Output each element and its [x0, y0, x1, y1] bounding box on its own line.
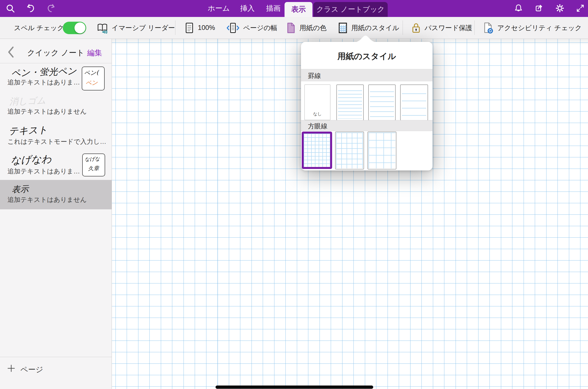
- ribbon-divider: [175, 20, 175, 35]
- ribbon-divider: [474, 20, 475, 35]
- paper-option-ruled-medium[interactable]: [368, 84, 396, 121]
- grid-preview: [304, 134, 330, 167]
- ruled-lines-preview: [338, 90, 362, 119]
- thumbnail-ink-black: 久章: [88, 164, 99, 172]
- settings-icon[interactable]: [555, 3, 565, 13]
- tab-class-notebook[interactable]: クラス ノートブック: [313, 2, 388, 17]
- page-subtitle: 追加テキストはありません: [7, 195, 87, 204]
- paper-option-grid-small-selected[interactable]: [302, 132, 332, 169]
- page-width-button[interactable]: ページの幅: [226, 17, 277, 39]
- tab-class-notebook-label: クラス ノートブック: [316, 4, 385, 14]
- lock-icon: [411, 22, 421, 34]
- section-label: 罫線: [308, 72, 321, 80]
- top-app-bar: ホーム 挿入 描画 表示 クラス ノートブック: [0, 0, 588, 17]
- tab-view-label: 表示: [291, 4, 306, 14]
- popup-callout-arrow: [354, 35, 377, 42]
- page-thumbnail: ペン( ペン: [82, 67, 105, 90]
- spell-check-toggle[interactable]: [63, 22, 86, 34]
- tab-draw[interactable]: 描画: [264, 0, 283, 17]
- list-item-lasso[interactable]: なげなわ 追加テキストはありま… なげな 久章: [0, 151, 112, 180]
- paper-option-ruled-wide[interactable]: [400, 84, 428, 121]
- paper-style-popup: 用紙のスタイル 罫線 なし 方眼線: [301, 42, 433, 170]
- list-item-eraser[interactable]: 消しゴム 追加テキストはありません: [0, 92, 112, 121]
- page-title-handwritten: テキスト: [8, 124, 48, 138]
- undo-icon[interactable]: [26, 3, 36, 13]
- tab-draw-label: 描画: [266, 3, 281, 13]
- page-title-handwritten: 消しゴム: [9, 94, 46, 108]
- zoom-button[interactable]: 100%: [184, 17, 215, 39]
- password-protect-label: パスワード保護: [425, 23, 472, 32]
- immersive-reader-button[interactable]: イマーシブ リーダー: [97, 17, 175, 39]
- edit-button[interactable]: 編集: [87, 48, 102, 58]
- page-thumbnail: なげな 久章: [82, 154, 105, 176]
- grid-preview: [336, 133, 363, 168]
- paper-option-ruled-narrow[interactable]: [336, 84, 364, 121]
- thumbnail-ink-orange: ペン: [85, 78, 98, 87]
- paper-color-icon: [286, 22, 296, 34]
- accessibility-check-button[interactable]: アクセシビリティ チェック: [483, 17, 582, 39]
- page-subtitle: 追加テキストはありません: [7, 107, 87, 116]
- list-item-text[interactable]: テキスト これはテキストモードで入力し…: [0, 121, 112, 151]
- search-icon[interactable]: [5, 3, 15, 13]
- page-width-icon: [226, 22, 240, 34]
- page-list-sidebar: クイック ノート 編集 ペン・蛍光ペン 追加テキストはありま… ペン( ペン 消…: [0, 39, 112, 389]
- immersive-reader-label: イマーシブ リーダー: [112, 23, 175, 32]
- page-subtitle: 追加テキストはありま…: [7, 167, 80, 176]
- paper-option-grid-medium[interactable]: [335, 132, 364, 169]
- onenote-app: ホーム 挿入 描画 表示 クラス ノートブック: [0, 0, 588, 389]
- zoom-value: 100%: [198, 24, 215, 32]
- grid-preview: [368, 133, 395, 168]
- paper-color-label: 用紙の色: [299, 23, 327, 32]
- paper-option-none[interactable]: なし: [304, 84, 330, 120]
- thumbnail-ink-black: ペン(: [84, 69, 99, 77]
- toggle-knob: [74, 22, 85, 33]
- home-indicator-bar[interactable]: [216, 386, 373, 389]
- view-ribbon: スペル チェック イマーシブ リーダー 100%: [0, 17, 588, 39]
- ruled-lines-preview: [370, 91, 394, 119]
- thumbnail-ink-black: なげな: [84, 156, 100, 163]
- ruled-lines-preview: [402, 93, 426, 119]
- paper-style-icon: [338, 22, 348, 34]
- bell-icon[interactable]: [514, 3, 523, 13]
- plus-icon: [7, 364, 15, 373]
- popup-title: 用紙のスタイル: [301, 51, 433, 62]
- paper-option-none-label: なし: [305, 111, 330, 117]
- ribbon-divider: [403, 20, 403, 35]
- section-header-grid: 方眼線: [301, 120, 433, 131]
- page-subtitle: 追加テキストはありま…: [7, 78, 80, 87]
- paper-style-label: 用紙のスタイル: [351, 23, 399, 32]
- tab-view-selected[interactable]: 表示: [285, 2, 312, 17]
- password-protect-button[interactable]: パスワード保護: [411, 17, 472, 39]
- accessibility-check-icon: [483, 22, 494, 34]
- page-width-label: ページの幅: [243, 23, 277, 32]
- tab-home-label: ホーム: [208, 3, 230, 13]
- page-title-handwritten: ペン・蛍光ペン: [11, 65, 77, 79]
- tab-home[interactable]: ホーム: [206, 0, 231, 17]
- add-page-label: ページ: [20, 365, 43, 375]
- page-title-handwritten: なげなわ: [10, 152, 52, 167]
- page-subtitle: これはテキストモードで入力し…: [7, 137, 106, 146]
- zoom-page-icon: [184, 22, 194, 34]
- spell-check-label: スペル チェック: [14, 17, 64, 39]
- paper-option-grid-large[interactable]: [368, 132, 396, 169]
- fullscreen-icon[interactable]: [576, 3, 585, 13]
- share-icon[interactable]: [535, 3, 544, 13]
- list-item-pen[interactable]: ペン・蛍光ペン 追加テキストはありま… ペン( ペン: [0, 63, 112, 92]
- list-item-view-selected[interactable]: 表示 追加テキストはありません: [0, 180, 112, 209]
- add-page-button[interactable]: ページ: [0, 357, 112, 389]
- section-label: 方眼線: [308, 122, 327, 131]
- page-title-handwritten: 表示: [11, 183, 29, 195]
- section-header-ruled: 罫線: [301, 69, 433, 81]
- immersive-reader-icon: [97, 22, 108, 34]
- accessibility-check-label: アクセシビリティ チェック: [497, 23, 582, 32]
- tab-insert-label: 挿入: [240, 3, 255, 13]
- tab-insert[interactable]: 挿入: [238, 0, 257, 17]
- redo-icon[interactable]: [46, 3, 56, 13]
- paper-color-button[interactable]: 用紙の色: [286, 17, 327, 39]
